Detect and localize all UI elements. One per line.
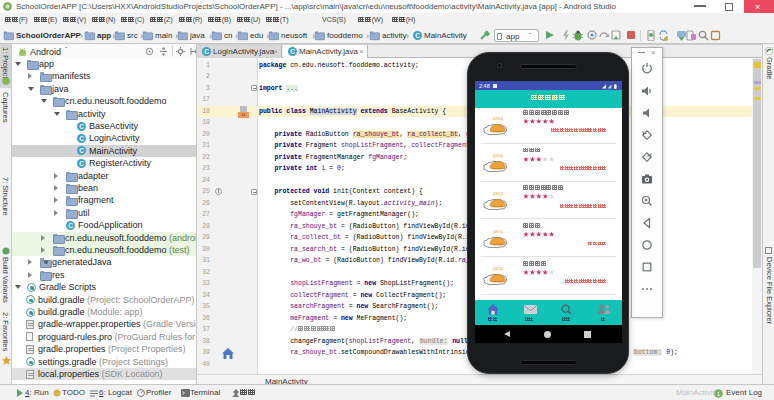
- svg-text:ДЖБД: ДЖБД: [493, 117, 504, 121]
- svg-text:ДЖБД: ДЖБД: [493, 154, 504, 158]
- svg-text:ДЖБД: ДЖБД: [493, 267, 504, 271]
- svg-text:ДЖБД: ДЖБД: [493, 192, 504, 196]
- svg-text:ДЖБД: ДЖБД: [493, 230, 504, 234]
